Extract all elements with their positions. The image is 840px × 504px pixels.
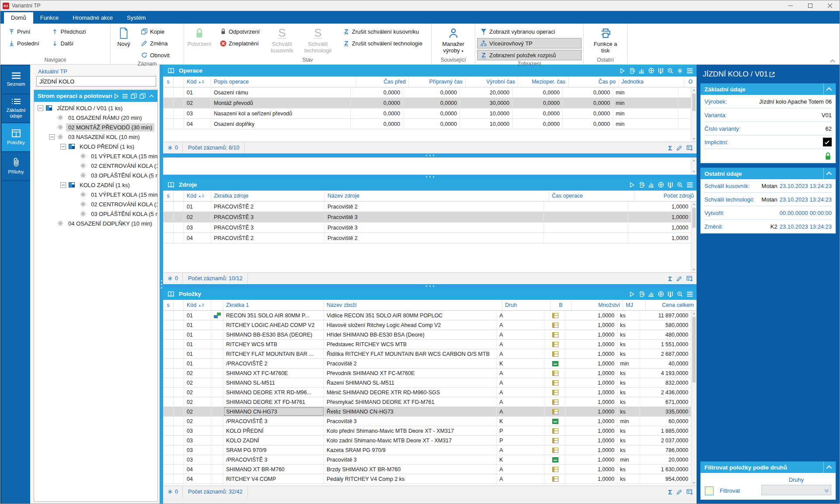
col-mj[interactable]: MJ [623, 300, 646, 310]
zdroje-row[interactable]: 01 PRACOVIŠTĚ 2 Pracoviště 2 1,0000 [163, 202, 691, 212]
polozky-row[interactable]: 03 KOLO ZADNÍ Kolo zadní Shimano-Mavic M… [163, 436, 691, 445]
tab-funkce[interactable]: Funkce [33, 12, 66, 24]
tree-item[interactable]: KOLO ZADNÍ (1 ks) [34, 180, 157, 190]
polozky-row[interactable]: 02 /PRACOVIŠTĚ 3 Pracoviště 3 K 1,0000 m… [163, 417, 691, 426]
polozky-scrollbar[interactable] [691, 311, 697, 486]
col-icon[interactable] [174, 191, 184, 201]
col-o[interactable]: O [684, 76, 697, 87]
tree-expander[interactable] [49, 134, 55, 140]
chart-icon[interactable] [637, 66, 646, 75]
polozky-row[interactable]: 02 SHIMANO DEORE XT FD-M761 Přesmykač SH… [163, 397, 691, 407]
col-variant[interactable] [211, 300, 223, 310]
polozky-row[interactable]: 01 RITCHEY WCS MTB Představec RITCHEY WC… [163, 340, 691, 349]
collapse-chevron-icon[interactable] [147, 92, 156, 101]
copy-button[interactable]: Kopie [138, 26, 173, 37]
horizontal-splitter[interactable] [163, 175, 697, 179]
wheel-icon[interactable] [647, 66, 655, 75]
col-s[interactable]: s [163, 191, 174, 201]
detail-scrollbar[interactable] [691, 158, 697, 174]
window-copy-icon[interactable] [138, 92, 147, 101]
col-kod[interactable]: Kód▲3 [184, 76, 211, 87]
hamburger-icon[interactable] [685, 290, 694, 299]
zoom-gear-icon[interactable] [666, 66, 675, 75]
cancel-approve-bom-button[interactable]: ZZrušit schválení kusovníku [340, 26, 425, 37]
polozky-row[interactable]: 04 SHIMANO XT BR-M760 Brzdy SHIMANO XT B… [163, 465, 691, 474]
operace-row[interactable]: 04 Osazení doplňky 0,0000 0,0000 10,0000… [163, 119, 691, 129]
polozky-row[interactable]: 01 RECON 351 SOLO AIR 80MM P... Vidlice … [163, 311, 691, 320]
tree-expander[interactable] [38, 105, 43, 111]
col-zkratka-zdroje[interactable]: Zkratka zdroje [211, 191, 325, 201]
change-button[interactable]: Změna [138, 38, 173, 49]
edit-icon[interactable] [676, 145, 682, 151]
col-nazev-zbozi[interactable]: Název zboží [324, 300, 502, 310]
tree-item[interactable]: 02 CENTROVÁNÍ KOLA (10 min) [34, 161, 157, 170]
tab-hromadne-akce[interactable]: Hromadné akce [66, 12, 120, 24]
next-button[interactable]: Další [49, 38, 89, 49]
vertical-splitter[interactable] [160, 65, 163, 504]
tree-expander[interactable] [72, 163, 77, 169]
edit-icon[interactable] [676, 489, 682, 495]
tree-item[interactable]: 01 VÝPLET KOLA (15 min) [34, 151, 157, 161]
tree-item[interactable]: JÍZDNÍ KOLO / V01 (1 ks) [34, 103, 157, 113]
operace-scrollbar[interactable] [691, 87, 697, 142]
polozky-row[interactable]: 02 SHIMANO SL-M511 Řazení SHIMANO SL-M51… [163, 378, 691, 388]
play-icon[interactable] [112, 92, 121, 101]
polozky-row[interactable]: 03 KOLO PŘEDNÍ Kolo přední Shimano-Mavic… [163, 426, 691, 436]
tree-expander[interactable] [72, 153, 77, 159]
collapse-chevron-icon[interactable] [823, 168, 836, 179]
col-b[interactable]: B [551, 300, 572, 310]
approve-tech-button[interactable]: S Schválit technologii [301, 25, 335, 56]
grid-add-icon[interactable] [687, 145, 693, 151]
horizontal-splitter[interactable] [163, 284, 697, 288]
close-button[interactable] [820, 0, 840, 11]
tab-domu[interactable]: Domů [4, 12, 33, 24]
tree-item[interactable]: 02 CENTROVÁNÍ KOLA (10 min) [34, 199, 157, 209]
multilevel-tp-button[interactable]: Víceúrovňový TP [477, 38, 582, 49]
col-vyrobni-cas[interactable]: Výrobní čas [466, 76, 518, 87]
play-icon[interactable] [627, 290, 636, 299]
window-add-icon[interactable] [129, 92, 138, 101]
cancel-approve-tech-button[interactable]: ZZrušit schválení technologie [340, 38, 425, 49]
ribbon-collapse-button[interactable] [830, 59, 835, 63]
sidebar-item-polozky[interactable]: Položky [2, 123, 30, 151]
col-s[interactable]: s [163, 300, 174, 310]
refresh-button[interactable]: Obnovit [138, 50, 173, 60]
polozky-row[interactable]: 02 SHIMANO CN-HG73 Řetěz SHIMANO CN-HG73… [163, 407, 691, 417]
tree-expander[interactable] [72, 173, 77, 178]
current-tp-input[interactable] [36, 76, 156, 87]
operace-row[interactable]: 01 Osazení rámu 0,0000 0,0000 20,0000 0,… [163, 87, 691, 98]
menu-lines-icon[interactable] [121, 92, 129, 101]
implicitni-checkbox[interactable] [823, 138, 832, 146]
filtrovat-checkbox[interactable] [705, 487, 714, 495]
new-button[interactable]: Nový [112, 25, 135, 49]
tree-item[interactable]: 03 OPLÁŠTĚNÍ KOLA (5 min) [34, 209, 157, 219]
last-button[interactable]: Poslední [5, 38, 42, 49]
external-link-icon[interactable] [769, 71, 835, 78]
zdroje-scrollbar[interactable] [691, 202, 697, 272]
polozky-row[interactable]: 03 SRAM PG 970/9 Kazeta SRAM PG 970/9 A … [163, 445, 691, 455]
invalidate-button[interactable]: Zneplatnění [216, 38, 263, 49]
collapse-chevron-icon[interactable] [823, 462, 836, 473]
operace-row[interactable]: 03 Nasazení kol a seřízení převodů 0,000… [163, 108, 691, 119]
polozky-row[interactable]: 02 SHIMANO XT FC-M760E Převodník SHIMANO… [163, 368, 691, 378]
polozky-row[interactable]: 01 /PRACOVIŠTĚ 2 Pracoviště 2 K 1,0000 m… [163, 359, 691, 368]
approve-bom-button[interactable]: S Schválit kusovník [266, 25, 298, 56]
tree-expander[interactable] [49, 125, 55, 130]
grid-add-icon[interactable] [687, 276, 693, 282]
druhy-select[interactable] [761, 485, 831, 495]
sidebar-item-zakladni-udaje[interactable]: Základní údaje [2, 94, 30, 122]
zoom-gear-icon[interactable] [676, 290, 684, 299]
tree-expander[interactable] [49, 221, 55, 226]
tree-expander[interactable] [60, 144, 66, 149]
previous-button[interactable]: Předchozi [49, 26, 89, 37]
hamburger-icon[interactable] [685, 66, 694, 75]
zoom-gear-icon[interactable] [676, 181, 684, 189]
collapse-chevron-icon[interactable] [823, 83, 836, 95]
tree-item[interactable]: KOLO PŘEDNÍ (1 ks) [34, 142, 157, 151]
maximize-button[interactable] [800, 0, 820, 11]
col-cas-po[interactable]: Čas po [568, 76, 619, 87]
col-nazev-zdroje[interactable]: Název zdroje [325, 191, 549, 201]
sidebar-item-seznam[interactable]: Seznam [2, 66, 30, 94]
tree-expander[interactable] [49, 115, 55, 121]
columns-icon[interactable] [666, 181, 675, 189]
